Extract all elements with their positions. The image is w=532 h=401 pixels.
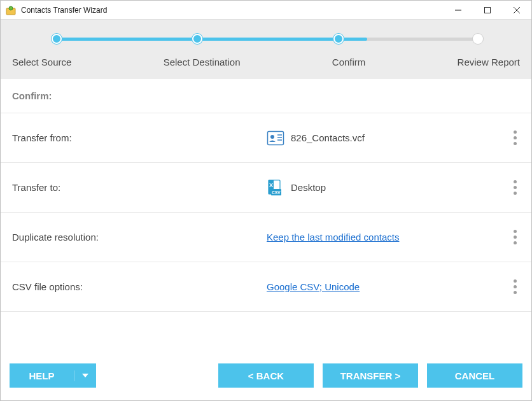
help-dropdown-caret[interactable] [74,374,96,377]
step-label-1: Select Source [12,57,71,67]
transfer-to-value: Desktop [291,182,326,193]
csv-options-link[interactable]: Google CSV; Unicode [267,281,360,292]
csv-options-label: CSV file options: [12,281,267,292]
stepper: Select Source Select Destination Confirm… [1,20,531,79]
step-node-4 [473,34,483,44]
duplicate-resolution-link[interactable]: Keep the last modified contacts [267,232,399,243]
step-node-2 [192,34,202,44]
chevron-down-icon [82,374,88,377]
titlebar: Contacts Transfer Wizard [1,1,531,20]
app-icon [6,5,16,15]
section-heading: Confirm: [1,79,531,113]
maximize-button[interactable] [473,1,502,20]
kebab-transfer-from[interactable] [507,125,522,150]
svg-point-7 [270,135,274,139]
svg-text:X: X [269,182,273,188]
kebab-duplicate-resolution[interactable] [507,225,522,250]
svg-rect-3 [485,7,491,13]
step-label-3: Confirm [332,57,366,67]
svg-point-1 [9,6,13,10]
help-button-label: HELP [10,370,74,381]
row-transfer-to: Transfer to: CSV X Desktop [1,163,531,213]
step-node-3 [333,34,344,44]
step-node-1 [52,34,62,44]
step-label-4: Review Report [458,57,520,67]
kebab-transfer-to[interactable] [507,175,522,200]
wizard-window: Contacts Transfer Wizard Select Source S… [0,0,532,401]
svg-text:CSV: CSV [272,190,281,195]
minimize-button[interactable] [444,1,473,20]
help-button[interactable]: HELP [10,363,96,388]
row-transfer-from: Transfer from: 826_Contacts.vcf [1,113,531,163]
vcf-icon [267,129,284,147]
close-button[interactable] [502,1,531,20]
svg-rect-6 [268,131,284,144]
transfer-button[interactable]: TRANSFER > [323,363,418,388]
back-button[interactable]: < BACK [218,363,314,388]
row-csv-options: CSV file options: Google CSV; Unicode [1,262,531,312]
window-title: Contacts Transfer Wizard [21,6,444,15]
footer: HELP < BACK TRANSFER > CANCEL [1,355,531,400]
transfer-to-label: Transfer to: [12,182,267,193]
kebab-csv-options[interactable] [507,274,522,299]
cancel-button[interactable]: CANCEL [427,363,522,388]
duplicate-resolution-label: Duplicate resolution: [12,232,267,243]
transfer-from-value: 826_Contacts.vcf [291,132,365,143]
transfer-from-label: Transfer from: [12,132,267,143]
step-label-2: Select Destination [164,57,241,67]
row-duplicate-resolution: Duplicate resolution: Keep the last modi… [1,213,531,262]
csv-icon: CSV X [267,179,284,197]
